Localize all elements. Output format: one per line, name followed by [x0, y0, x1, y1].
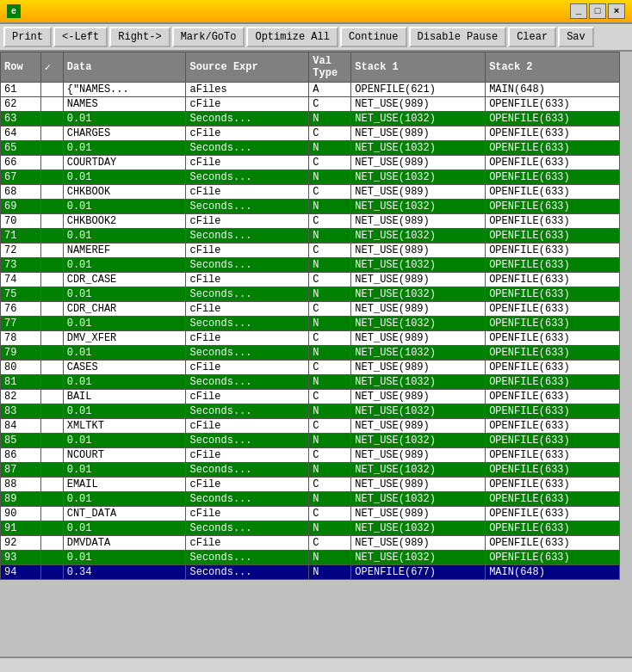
- cell-stack1: NET_USE(1032): [351, 463, 486, 478]
- table-row[interactable]: 88EMAILcFileCNET_USE(989)OPENFILE(633): [1, 478, 620, 492]
- close-button[interactable]: ×: [608, 3, 625, 19]
- cell-stack2: OPENFILE(633): [486, 507, 620, 521]
- table-row[interactable]: 870.01Seconds...NNET_USE(1032)OPENFILE(6…: [1, 463, 620, 478]
- print-button[interactable]: Print: [3, 27, 52, 47]
- table-row[interactable]: 74CDR_CASEcFileCNET_USE(989)OPENFILE(633…: [1, 273, 620, 287]
- cell-stack1: NET_USE(989): [351, 419, 486, 434]
- save-button[interactable]: Sav: [558, 27, 594, 47]
- cell-stack2: OPENFILE(633): [486, 229, 620, 244]
- cell-source: Seconds...: [186, 521, 309, 536]
- table-row[interactable]: 70CHKBOOK2cFileCNET_USE(989)OPENFILE(633…: [1, 214, 620, 229]
- cell-check: [40, 375, 63, 390]
- cell-check: [40, 434, 63, 448]
- cell-data: 0.01: [63, 492, 186, 507]
- cell-source: cFile: [186, 478, 309, 492]
- table-row[interactable]: 890.01Seconds...NNET_USE(1032)OPENFILE(6…: [1, 492, 620, 507]
- left-button[interactable]: <-Left: [53, 27, 108, 47]
- cell-data: COURTDAY: [63, 156, 186, 170]
- cell-stack1: NET_USE(1032): [351, 317, 486, 331]
- optimize-all-button[interactable]: Optimize All: [246, 27, 338, 47]
- table-row[interactable]: 76CDR_CHARcFileCNET_USE(989)OPENFILE(633…: [1, 302, 620, 317]
- cell-val-type: N: [309, 287, 351, 302]
- table-row[interactable]: 930.01Seconds...NNET_USE(1032)OPENFILE(6…: [1, 551, 620, 565]
- table-row[interactable]: 940.34Seconds...NOPENFILE(677)MAIN(648): [1, 565, 620, 580]
- cell-val-type: C: [309, 507, 351, 521]
- toolbar: Print <-Left Right-> Mark/GoTo Optimize …: [0, 24, 632, 52]
- cell-stack1: NET_USE(1032): [351, 258, 486, 273]
- table-row[interactable]: 80CASEScFileCNET_USE(989)OPENFILE(633): [1, 361, 620, 375]
- cell-stack2: OPENFILE(633): [486, 273, 620, 287]
- clear-button[interactable]: Clear: [508, 27, 556, 47]
- table-row[interactable]: 90CNT_DATAcFileCNET_USE(989)OPENFILE(633…: [1, 507, 620, 521]
- table-row[interactable]: 830.01Seconds...NNET_USE(1032)OPENFILE(6…: [1, 404, 620, 419]
- cell-val-type: N: [309, 565, 351, 580]
- right-button[interactable]: Right->: [109, 27, 170, 47]
- cell-row-num: 62: [1, 97, 41, 112]
- cell-val-type: C: [309, 478, 351, 492]
- table-row[interactable]: 670.01Seconds...NNET_USE(1032)OPENFILE(6…: [1, 170, 620, 185]
- cell-stack2: OPENFILE(633): [486, 126, 620, 141]
- table-row[interactable]: 790.01Seconds...NNET_USE(1032)OPENFILE(6…: [1, 346, 620, 361]
- table-row[interactable]: 850.01Seconds...NNET_USE(1032)OPENFILE(6…: [1, 434, 620, 448]
- cell-row-num: 84: [1, 419, 41, 434]
- cell-row-num: 75: [1, 287, 41, 302]
- table-container[interactable]: Row ✓ Data Source Expr Val Type Stack 1 …: [0, 52, 632, 657]
- window-controls[interactable]: _ □ ×: [570, 3, 625, 19]
- table-row[interactable]: 910.01Seconds...NNET_USE(1032)OPENFILE(6…: [1, 521, 620, 536]
- cell-val-type: C: [309, 185, 351, 200]
- continue-button[interactable]: Continue: [340, 27, 407, 47]
- table-row[interactable]: 72NAMEREFcFileCNET_USE(989)OPENFILE(633): [1, 244, 620, 258]
- cell-stack1: NET_USE(1032): [351, 551, 486, 565]
- table-row[interactable]: 64CHARGEScFileCNET_USE(989)OPENFILE(633): [1, 126, 620, 141]
- table-row[interactable]: 710.01Seconds...NNET_USE(1032)OPENFILE(6…: [1, 229, 620, 244]
- mark-goto-button[interactable]: Mark/GoTo: [172, 27, 245, 47]
- minimize-button[interactable]: _: [570, 3, 587, 19]
- cell-check: [40, 448, 63, 463]
- table-row[interactable]: 62NAMEScFileCNET_USE(989)OPENFILE(633): [1, 97, 620, 112]
- cell-data: 0.01: [63, 404, 186, 419]
- cell-row-num: 61: [1, 83, 41, 97]
- table-row[interactable]: 68CHKBOOKcFileCNET_USE(989)OPENFILE(633): [1, 185, 620, 200]
- table-row[interactable]: 810.01Seconds...NNET_USE(1032)OPENFILE(6…: [1, 375, 620, 390]
- cell-stack1: NET_USE(989): [351, 97, 486, 112]
- table-row[interactable]: 630.01Seconds...NNET_USE(1032)OPENFILE(6…: [1, 112, 620, 126]
- maximize-button[interactable]: □: [589, 3, 606, 19]
- cell-row-num: 93: [1, 551, 41, 565]
- table-row[interactable]: 92DMVDATAcFileCNET_USE(989)OPENFILE(633): [1, 536, 620, 551]
- title-bar: e _ □ ×: [0, 0, 632, 24]
- cell-data: 0.01: [63, 346, 186, 361]
- cell-check: [40, 317, 63, 331]
- cell-source: Seconds...: [186, 141, 309, 156]
- cell-source: Seconds...: [186, 287, 309, 302]
- table-row[interactable]: 690.01Seconds...NNET_USE(1032)OPENFILE(6…: [1, 200, 620, 214]
- table-row[interactable]: 78DMV_XFERcFileCNET_USE(989)OPENFILE(633…: [1, 331, 620, 346]
- cell-check: [40, 478, 63, 492]
- table-row[interactable]: 82BAILcFileCNET_USE(989)OPENFILE(633): [1, 390, 620, 404]
- cell-row-num: 70: [1, 214, 41, 229]
- cell-stack1: NET_USE(1032): [351, 229, 486, 244]
- cell-stack2: OPENFILE(633): [486, 302, 620, 317]
- cell-val-type: C: [309, 156, 351, 170]
- cell-data: NCOURT: [63, 448, 186, 463]
- cell-val-type: N: [309, 229, 351, 244]
- cell-stack2: OPENFILE(633): [486, 331, 620, 346]
- table-row[interactable]: 750.01Seconds...NNET_USE(1032)OPENFILE(6…: [1, 287, 620, 302]
- cell-row-num: 73: [1, 258, 41, 273]
- cell-source: Seconds...: [186, 565, 309, 580]
- disable-pause-button[interactable]: Disable Pause: [409, 27, 507, 47]
- table-row[interactable]: 61{"NAMES...aFilesAOPENFILE(621)MAIN(648…: [1, 83, 620, 97]
- table-row[interactable]: 770.01Seconds...NNET_USE(1032)OPENFILE(6…: [1, 317, 620, 331]
- table-row[interactable]: 84XMLTKTcFileCNET_USE(989)OPENFILE(633): [1, 419, 620, 434]
- table-row[interactable]: 86NCOURTcFileCNET_USE(989)OPENFILE(633): [1, 448, 620, 463]
- table-row[interactable]: 730.01Seconds...NNET_USE(1032)OPENFILE(6…: [1, 258, 620, 273]
- cell-source: cFile: [186, 448, 309, 463]
- cell-data: 0.01: [63, 317, 186, 331]
- cell-check: [40, 565, 63, 580]
- cell-stack2: OPENFILE(633): [486, 404, 620, 419]
- cell-data: 0.01: [63, 258, 186, 273]
- cell-source: Seconds...: [186, 551, 309, 565]
- cell-check: [40, 492, 63, 507]
- table-row[interactable]: 66COURTDAYcFileCNET_USE(989)OPENFILE(633…: [1, 156, 620, 170]
- table-row[interactable]: 650.01Seconds...NNET_USE(1032)OPENFILE(6…: [1, 141, 620, 156]
- cell-stack1: NET_USE(1032): [351, 287, 486, 302]
